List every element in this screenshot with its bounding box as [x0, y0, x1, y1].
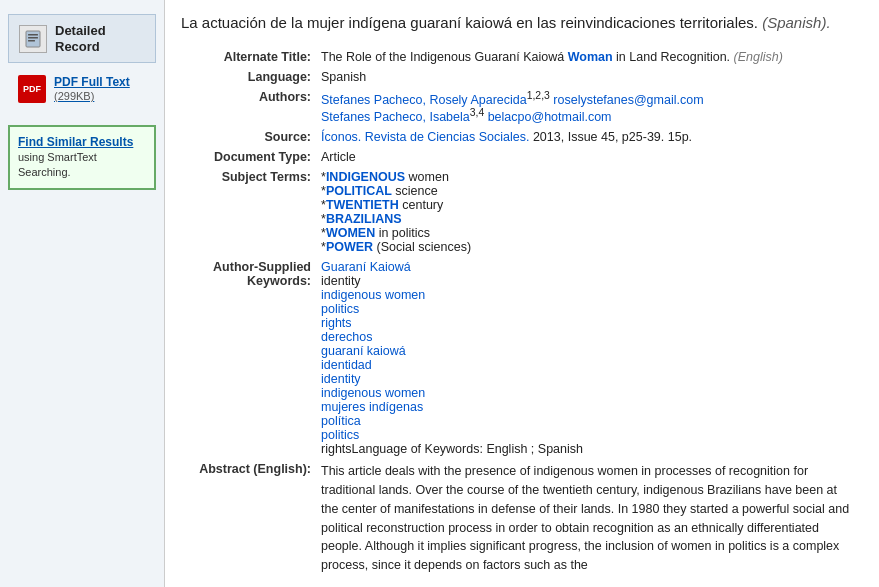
detailed-record-icon: [19, 25, 47, 53]
kw-6: guaraní kaiowá: [321, 344, 857, 358]
fields-table: Alternate Title: The Role of the Indigen…: [181, 47, 863, 578]
source-value: Íconos. Revista de Ciencias Sociales. 20…: [321, 127, 863, 147]
author2-link[interactable]: Stefanes Pacheco, Isabela: [321, 110, 470, 124]
author-kw-value: Guaraní Kaiowá identity indigenous women…: [321, 257, 863, 459]
language-label: Language:: [181, 67, 321, 87]
source-label: Source:: [181, 127, 321, 147]
source-link[interactable]: Íconos. Revista de Ciencias Sociales.: [321, 130, 529, 144]
alternate-title-row: Alternate Title: The Role of the Indigen…: [181, 47, 863, 67]
author1-link[interactable]: Stefanes Pacheco, Rosely Aparecida: [321, 93, 527, 107]
kw-3: politics: [321, 302, 857, 316]
subject-1: *POLITICAL science: [321, 184, 857, 198]
subject-0: *INDIGENOUS women: [321, 170, 857, 184]
authors-value: Stefanes Pacheco, Rosely Aparecida1,2,3 …: [321, 87, 863, 127]
pdf-size: (299KB): [54, 90, 94, 102]
svg-rect-3: [28, 40, 35, 42]
doctype-value: Article: [321, 147, 863, 167]
subject-terms-row: Subject Terms: *INDIGENOUS women *POLITI…: [181, 167, 863, 257]
subject-brazilians-link[interactable]: BRAZILIANS: [326, 212, 402, 226]
svg-rect-0: [26, 31, 40, 47]
language-value: Spanish: [321, 67, 863, 87]
abstract-label: Abstract (English):: [181, 459, 321, 578]
language-row: Language: Spanish: [181, 67, 863, 87]
pdf-label: PDF Full Text (299KB): [54, 75, 146, 103]
abstract-row: Abstract (English): This article deals w…: [181, 459, 863, 578]
subject-twentieth-link[interactable]: TWENTIETH: [326, 198, 399, 212]
kw-8: identity: [321, 372, 857, 386]
svg-rect-2: [28, 37, 38, 39]
sidebar: Detailed Record PDF PDF Full Text (299KB…: [0, 0, 165, 587]
subject-indigenous-link[interactable]: INDIGENOUS: [326, 170, 405, 184]
pdf-fulltext-button[interactable]: PDF PDF Full Text (299KB): [8, 69, 156, 109]
subject-terms-value: *INDIGENOUS women *POLITICAL science *TW…: [321, 167, 863, 257]
kw-12: politics: [321, 428, 857, 442]
article-title: La actuación de la mujer indígena guaran…: [181, 12, 863, 33]
kw-0: Guaraní Kaiowá: [321, 260, 857, 274]
author2: Stefanes Pacheco, Isabela3,4 belacpo@hot…: [321, 107, 857, 124]
svg-rect-1: [28, 34, 38, 36]
kw-1: identity: [321, 274, 857, 288]
kw-5: derechos: [321, 330, 857, 344]
abstract-text: This article deals with the presence of …: [321, 464, 849, 572]
author2-email[interactable]: belacpo@hotmail.com: [488, 110, 612, 124]
main-content: La actuación de la mujer indígena guaran…: [165, 0, 879, 587]
author-kw-row: Author-SuppliedKeywords: Guaraní Kaiowá …: [181, 257, 863, 459]
pdf-icon: PDF: [18, 75, 46, 103]
kw-10: mujeres indígenas: [321, 400, 857, 414]
kw-13: rightsLanguage of Keywords: English ; Sp…: [321, 442, 857, 456]
subject-women-link[interactable]: WOMEN: [326, 226, 375, 240]
doctype-row: Document Type: Article: [181, 147, 863, 167]
author1-email[interactable]: roselystefanes@gmail.com: [553, 93, 703, 107]
alternate-title-value: The Role of the Indigenous Guaraní Kaiow…: [321, 47, 863, 67]
alternate-title-label: Alternate Title:: [181, 47, 321, 67]
author-kw-label: Author-SuppliedKeywords:: [181, 257, 321, 459]
subject-political-link[interactable]: POLITICAL: [326, 184, 392, 198]
subject-3: *BRAZILIANS: [321, 212, 857, 226]
find-similar-box: Find Similar Results using SmartText Sea…: [8, 125, 156, 190]
subject-2: *TWENTIETH century: [321, 198, 857, 212]
subject-terms-label: Subject Terms:: [181, 167, 321, 257]
source-row: Source: Íconos. Revista de Ciencias Soci…: [181, 127, 863, 147]
subject-power-link[interactable]: POWER: [326, 240, 373, 254]
abstract-value: This article deals with the presence of …: [321, 459, 863, 578]
kw-9: indigenous women: [321, 386, 857, 400]
detailed-record-button[interactable]: Detailed Record: [8, 14, 156, 63]
subject-5: *POWER (Social sciences): [321, 240, 857, 254]
authors-label: Authors:: [181, 87, 321, 127]
kw-7: identidad: [321, 358, 857, 372]
kw-2: indigenous women: [321, 288, 857, 302]
authors-row: Authors: Stefanes Pacheco, Rosely Aparec…: [181, 87, 863, 127]
author1: Stefanes Pacheco, Rosely Aparecida1,2,3 …: [321, 90, 857, 107]
kw-4: rights: [321, 316, 857, 330]
detailed-record-label: Detailed Record: [55, 23, 145, 54]
find-similar-sub: using SmartText Searching.: [18, 151, 97, 178]
subject-4: *WOMEN in politics: [321, 226, 857, 240]
doctype-label: Document Type:: [181, 147, 321, 167]
kw-11: política: [321, 414, 857, 428]
find-similar-link[interactable]: Find Similar Results: [18, 135, 146, 149]
